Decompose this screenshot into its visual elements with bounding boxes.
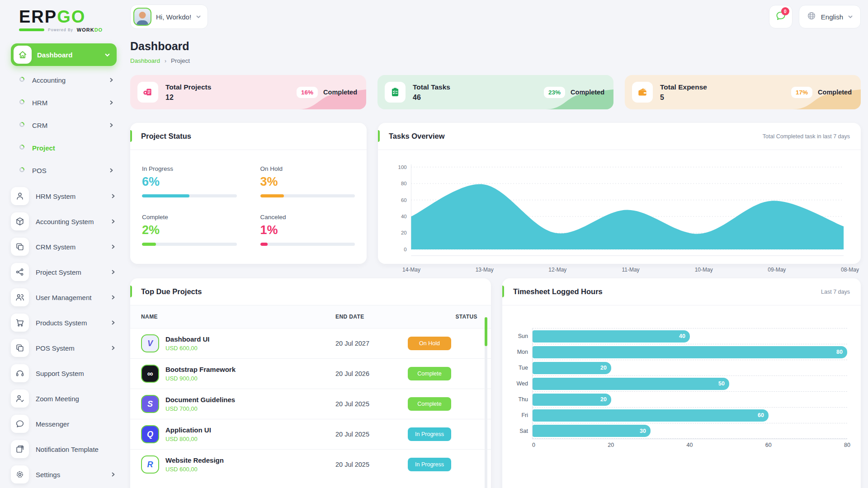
table-row-document-guidelines[interactable]: S Document Guidelines USD 700,00 20 Jul … (130, 389, 491, 419)
sidebar-nav: Dashboard Accounting HRM CRM (11, 43, 117, 487)
template-icon (11, 440, 29, 458)
sidebar-item-dashboard[interactable]: Dashboard (11, 43, 117, 66)
project-name: Document Guidelines (165, 396, 235, 404)
svg-text:0: 0 (404, 247, 406, 252)
chevron-right-icon (110, 269, 116, 275)
page-title: Dashboard (130, 40, 861, 53)
chevron-right-icon (110, 472, 116, 477)
sidebar-item-pos-system[interactable]: POS System (11, 335, 116, 361)
x-tick-label: 40 (687, 442, 693, 448)
status-metric-canceled: Canceled 1% (260, 214, 355, 246)
sidebar-item-hrm-system[interactable]: HRM System (11, 183, 116, 209)
sidebar-item-settings[interactable]: Settings (11, 462, 116, 487)
status-metric-value: 2% (142, 223, 237, 237)
status-metric-value: 6% (142, 175, 237, 189)
table-row-bootstrap-framework[interactable]: ∞ Bootstrap Framework USD 900,00 20 Jul … (130, 359, 491, 389)
project-name: Application UI (165, 426, 211, 434)
avatar (133, 8, 151, 26)
sidebar: ERPGO Powered By WORKDO Dashboard Acco (0, 0, 123, 488)
bar-thu: 20 (533, 394, 611, 406)
sidebar-item-zoom-meeting[interactable]: Zoom Meeting (11, 386, 116, 411)
x-tick-label: 12-May (548, 267, 566, 273)
svg-text:20: 20 (401, 230, 407, 235)
bar-mon: 80 (533, 346, 847, 358)
language-selector[interactable]: English (799, 5, 861, 28)
home-icon (14, 46, 32, 64)
sidebar-subitem-pos[interactable]: POS (15, 159, 114, 182)
sidebar-subitem-accounting[interactable]: Accounting (15, 69, 114, 91)
user-menu[interactable]: Hi, Workdo! (130, 5, 208, 29)
stat-value: 5 (660, 94, 791, 102)
x-tick-label: 60 (765, 442, 772, 448)
bar-value-label: 20 (600, 365, 607, 371)
chevron-right-icon (110, 244, 116, 249)
app-root: ERPGO Powered By WORKDO Dashboard Acco (0, 0, 868, 488)
stat-percent-badge: 17% (791, 87, 812, 98)
breadcrumb-link-dashboard[interactable]: Dashboard (130, 57, 160, 64)
breadcrumb-current: Project (171, 57, 190, 64)
powered-by-label: Powered By (48, 28, 73, 32)
tasks-overview-x-axis: 14-May13-May12-May11-May10-May09-May08-M… (411, 267, 850, 275)
project-status-card: Project Status In Progress 6% On Hold 3%… (130, 123, 367, 264)
timesheet-row: Sun 40 (533, 328, 847, 344)
stat-card-total-projects: Total Projects 12 16% Completed (130, 75, 366, 109)
sidebar-subitem-project[interactable]: Project (15, 136, 114, 159)
status-metric-on-hold: On Hold 3% (260, 165, 355, 197)
headset-icon (11, 364, 29, 382)
sidebar-item-messenger[interactable]: Messenger (11, 411, 116, 436)
svg-text:100: 100 (398, 164, 407, 170)
language-label: English (821, 13, 843, 21)
bullet-icon (19, 76, 25, 84)
chevron-right-icon (110, 345, 116, 351)
chevron-right-icon (110, 193, 116, 199)
sidebar-item-crm-system[interactable]: CRM System (11, 234, 116, 259)
notifications-button[interactable]: 0 (769, 5, 793, 28)
tasks-overview-card: Tasks Overview Total Completed task in l… (378, 123, 861, 264)
timesheet-day-label: Sun (511, 333, 528, 339)
sidebar-item-products-system[interactable]: Products System (11, 310, 116, 335)
bar-value-label: 60 (758, 412, 764, 418)
project-name: Dashboard UI (165, 335, 210, 343)
sidebar-item-notification-template[interactable]: Notification Template (11, 436, 116, 462)
sidebar-item-support-system[interactable]: Support System (11, 361, 116, 386)
bullet-icon (19, 144, 25, 152)
wallet-icon (632, 82, 653, 103)
status-metric-label: In Progress (142, 165, 237, 172)
main-content: Hi, Workdo! 0 English (123, 0, 868, 488)
scrollbar-thumb[interactable] (485, 317, 487, 346)
chevron-right-icon (108, 100, 114, 105)
project-amount: USD 800,00 (165, 436, 211, 442)
x-tick-label: 20 (608, 442, 614, 448)
logo-erp: ERP (19, 7, 57, 26)
sidebar-item-accounting-system[interactable]: Accounting System (11, 209, 116, 234)
brand-logo: ERPGO Powered By WORKDO (11, 5, 117, 33)
project-amount: USD 700,00 (165, 405, 235, 412)
cart-icon (11, 314, 29, 332)
sidebar-item-user-management[interactable]: User Management (11, 285, 116, 310)
x-tick-label: 09-May (768, 267, 786, 273)
bar-sat: 30 (533, 425, 651, 437)
project-end-date: 20 Jul 2026 (335, 370, 369, 377)
project-end-date: 20 Jul 2027 (335, 340, 369, 347)
stat-value: 46 (413, 94, 544, 102)
svg-text:80: 80 (401, 181, 407, 186)
status-badge: On Hold (408, 337, 451, 350)
timesheet-subtitle: Last 7 days (821, 289, 850, 295)
bar-value-label: 40 (679, 333, 685, 339)
sidebar-subitem-crm[interactable]: CRM (15, 114, 114, 136)
table-row-application-ui[interactable]: Q Application UI USD 800,00 20 Jul 2025 … (130, 419, 491, 450)
sidebar-subitem-hrm[interactable]: HRM (15, 91, 114, 114)
table-row-website-redesign[interactable]: R Website Redesign USD 600,00 20 Jul 202… (130, 450, 491, 480)
tasks-overview-title: Tasks Overview (389, 132, 445, 141)
breadcrumb: Dashboard › Project (130, 57, 861, 64)
status-metric-track (260, 243, 355, 246)
stat-card-total-expense: Total Expense 5 17% Completed (625, 75, 861, 109)
bullet-icon (19, 99, 25, 107)
chevron-down-icon (848, 14, 853, 19)
bar-wed: 50 (533, 378, 729, 390)
table-row-dashboard-ui[interactable]: V Dashboard UI USD 600,00 20 Jul 2027 On… (130, 328, 491, 359)
chevron-down-icon (104, 52, 110, 58)
globe-icon (807, 11, 816, 23)
sidebar-item-project-system[interactable]: Project System (11, 259, 116, 285)
stat-cards: Total Projects 12 16% Completed Total Ta… (130, 75, 861, 109)
